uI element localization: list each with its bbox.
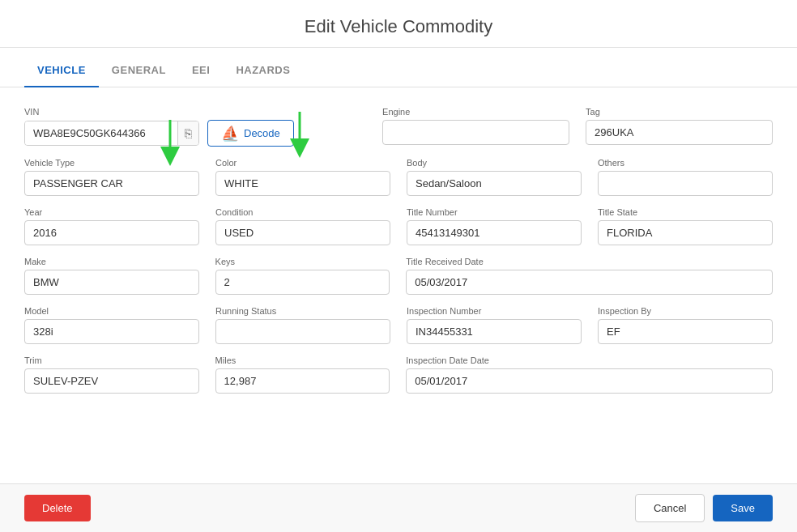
page-header: Edit Vehicle Commodity <box>0 0 797 48</box>
tab-general[interactable]: GENERAL <box>99 54 179 87</box>
form-area: VIN ⎘ ⛵ Decode Engine <box>0 87 797 483</box>
color-label: Color <box>215 158 390 168</box>
tab-bar: VEHICLE GENERAL EEI HAZARDS <box>0 54 797 87</box>
title-number-input[interactable] <box>407 220 582 245</box>
engine-label: Engine <box>382 107 569 117</box>
vehicle-type-input[interactable] <box>24 171 199 196</box>
row-year: Year Condition Title Number Title State <box>24 207 773 245</box>
decode-label: Decode <box>244 127 280 139</box>
tab-vehicle[interactable]: VEHICLE <box>24 54 99 87</box>
make-label: Make <box>24 257 199 266</box>
trim-label: Trim <box>24 355 199 365</box>
inspection-date-input[interactable] <box>406 368 773 394</box>
title-received-date-input[interactable] <box>406 270 773 295</box>
title-state-label: Title State <box>598 207 773 217</box>
others-label: Others <box>598 158 773 168</box>
trim-input[interactable] <box>24 368 199 394</box>
year-label: Year <box>24 207 199 217</box>
page-title: Edit Vehicle Commodity <box>0 16 797 37</box>
keys-label: Keys <box>215 257 390 266</box>
tag-input[interactable] <box>586 120 773 145</box>
cancel-button[interactable]: Cancel <box>635 494 705 522</box>
title-state-input[interactable] <box>598 220 773 245</box>
decode-icon: ⛵ <box>221 125 239 143</box>
title-number-label: Title Number <box>407 207 582 217</box>
inspection-number-label: Inspection Number <box>407 306 582 316</box>
inspection-number-input[interactable] <box>407 319 582 344</box>
row-trim: Trim Miles Inspection Date Date <box>24 355 773 394</box>
others-input[interactable] <box>598 171 773 196</box>
miles-label: Miles <box>215 355 390 365</box>
year-input[interactable] <box>24 220 199 245</box>
row-vin: VIN ⎘ ⛵ Decode Engine <box>24 107 773 147</box>
engine-input[interactable] <box>382 120 569 145</box>
footer: Delete Cancel Save <box>0 483 797 532</box>
copy-icon[interactable]: ⎘ <box>177 121 198 145</box>
body-input[interactable] <box>407 171 582 196</box>
vin-input[interactable] <box>25 121 177 145</box>
delete-button[interactable]: Delete <box>24 495 91 521</box>
tag-label: Tag <box>586 107 773 117</box>
condition-label: Condition <box>215 207 390 217</box>
keys-input[interactable] <box>215 270 390 295</box>
inspection-by-input[interactable] <box>598 319 773 344</box>
title-received-date-label: Title Received Date <box>406 257 773 266</box>
miles-input[interactable] <box>215 368 390 394</box>
model-input[interactable] <box>24 319 199 344</box>
row-vehicle-type: Vehicle Type Color Body Others <box>24 158 773 196</box>
color-input[interactable] <box>215 171 390 196</box>
condition-input[interactable] <box>215 220 390 245</box>
body-label: Body <box>407 158 582 168</box>
row-model: Model Running Status Inspection Number I… <box>24 306 773 344</box>
make-input[interactable] <box>24 270 199 295</box>
tab-hazards[interactable]: HAZARDS <box>223 54 303 87</box>
save-button[interactable]: Save <box>713 495 773 521</box>
inspection-date-label: Inspection Date Date <box>406 355 773 365</box>
decode-button[interactable]: ⛵ Decode <box>207 120 294 147</box>
tab-eei[interactable]: EEI <box>179 54 223 87</box>
running-status-input[interactable] <box>215 319 390 344</box>
row-make: Make Keys Title Received Date <box>24 257 773 295</box>
vehicle-type-label: Vehicle Type <box>24 158 199 168</box>
vin-label: VIN <box>24 107 294 117</box>
inspection-by-label: Inspection By <box>598 306 773 316</box>
model-label: Model <box>24 306 199 316</box>
footer-right-actions: Cancel Save <box>635 494 773 522</box>
running-status-label: Running Status <box>215 306 390 316</box>
